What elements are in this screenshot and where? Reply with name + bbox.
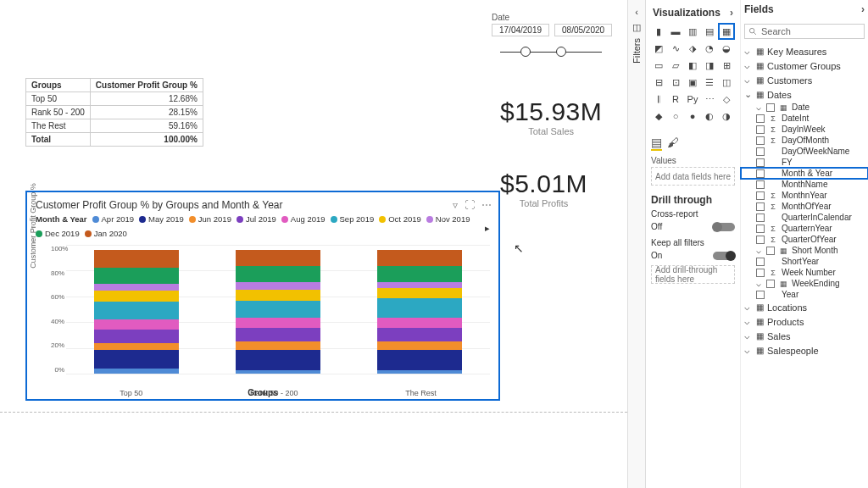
bar-group[interactable] bbox=[94, 245, 179, 374]
bar-segment[interactable] bbox=[94, 302, 179, 319]
bar-segment[interactable] bbox=[377, 350, 462, 369]
bar-segment[interactable] bbox=[377, 282, 462, 288]
bar-group[interactable] bbox=[236, 245, 320, 374]
viz-type-icon[interactable]: ▤ bbox=[702, 24, 717, 39]
legend-item[interactable]: May 2019 bbox=[139, 214, 184, 224]
viz-type-icon[interactable]: ◩ bbox=[651, 41, 666, 56]
field-table[interactable]: ⌵▦Key Measures bbox=[741, 44, 868, 58]
field-checkbox[interactable] bbox=[756, 202, 765, 211]
field-table[interactable]: ⌵▦Salespeople bbox=[741, 343, 868, 358]
fields-tab-icon[interactable]: ▤ bbox=[651, 136, 662, 151]
field-table[interactable]: ⌵▦Locations bbox=[741, 300, 868, 314]
bar-segment[interactable] bbox=[377, 318, 462, 328]
card-total-profits[interactable]: $5.01M Total Profits bbox=[500, 169, 587, 208]
field-checkbox[interactable] bbox=[766, 247, 775, 255]
bar-segment[interactable] bbox=[377, 370, 462, 374]
viz-type-icon[interactable]: ▭ bbox=[651, 58, 666, 73]
viz-type-icon[interactable]: ◒ bbox=[719, 41, 734, 56]
format-tab-icon[interactable]: 🖌 bbox=[667, 136, 679, 151]
field-item[interactable]: ⌵▦WeekEnding bbox=[741, 278, 868, 289]
bar-segment[interactable] bbox=[377, 288, 462, 298]
viz-type-icon[interactable]: ▥ bbox=[685, 24, 700, 39]
bar-segment[interactable] bbox=[377, 328, 462, 341]
legend-item[interactable]: Jul 2019 bbox=[236, 214, 276, 224]
slicer-handle-start[interactable] bbox=[520, 47, 531, 57]
field-checkbox[interactable] bbox=[756, 180, 765, 189]
viz-type-icon[interactable]: ⬗ bbox=[685, 41, 700, 56]
viz-type-icon[interactable]: ▣ bbox=[685, 75, 700, 90]
field-item[interactable]: Month & Year bbox=[741, 168, 868, 179]
viz-type-icon[interactable]: R bbox=[668, 92, 683, 107]
viz-type-icon[interactable]: ◐ bbox=[702, 108, 717, 124]
viz-type-icon[interactable]: ▦ bbox=[719, 24, 734, 39]
viz-type-icon[interactable]: Py bbox=[685, 92, 700, 107]
field-item[interactable]: MonthName bbox=[741, 179, 868, 190]
keep-filters-toggle[interactable] bbox=[713, 252, 735, 260]
field-checkbox[interactable] bbox=[756, 291, 765, 299]
field-item[interactable]: ΣWeek Number bbox=[741, 267, 868, 278]
field-checkbox[interactable] bbox=[756, 136, 765, 145]
field-item[interactable]: QuarterInCalendar bbox=[741, 212, 868, 223]
legend-item[interactable]: Oct 2019 bbox=[379, 214, 421, 224]
field-checkbox[interactable] bbox=[756, 147, 765, 156]
viz-type-icon[interactable]: ◇ bbox=[719, 92, 734, 107]
visual-filter-icon[interactable]: ▿ bbox=[453, 199, 458, 211]
bar-segment[interactable] bbox=[236, 282, 320, 290]
viz-type-icon[interactable]: ⊡ bbox=[668, 75, 683, 90]
field-checkbox[interactable] bbox=[756, 214, 765, 222]
viz-type-icon[interactable]: ▱ bbox=[668, 58, 683, 73]
bar-segment[interactable] bbox=[94, 268, 179, 284]
viz-type-icon[interactable]: 𝄃 bbox=[651, 92, 666, 107]
bar-segment[interactable] bbox=[94, 250, 179, 267]
bar-segment[interactable] bbox=[236, 341, 320, 350]
bar-segment[interactable] bbox=[377, 266, 462, 282]
field-checkbox[interactable] bbox=[756, 258, 765, 266]
drillthrough-well[interactable]: Add drill-through fields here bbox=[651, 265, 735, 284]
legend-item[interactable]: Apr 2019 bbox=[92, 214, 135, 224]
bar-segment[interactable] bbox=[94, 291, 179, 302]
chart-plot-area[interactable] bbox=[66, 245, 490, 374]
visual-more-icon[interactable]: ⋯ bbox=[481, 199, 492, 211]
collapse-fields-icon[interactable]: › bbox=[861, 3, 865, 15]
legend-item[interactable]: Jun 2019 bbox=[189, 214, 231, 224]
bar-segment[interactable] bbox=[94, 369, 179, 374]
field-table[interactable]: ⌵▦Customers bbox=[741, 73, 868, 87]
bar-segment[interactable] bbox=[236, 250, 320, 266]
legend-item[interactable]: Sep 2019 bbox=[331, 214, 375, 224]
viz-type-icon[interactable]: ◔ bbox=[702, 41, 717, 56]
field-checkbox[interactable] bbox=[756, 114, 765, 123]
field-item[interactable]: ΣQuarterOfYear bbox=[741, 234, 868, 245]
values-well[interactable]: Add data fields here bbox=[651, 167, 735, 186]
viz-type-icon[interactable]: ◧ bbox=[685, 58, 700, 73]
show-panes-icon[interactable]: ◫ bbox=[632, 22, 641, 33]
legend-item[interactable]: Nov 2019 bbox=[426, 214, 470, 224]
slicer-to[interactable]: 08/05/2020 bbox=[554, 24, 612, 36]
viz-type-icon[interactable]: ∿ bbox=[668, 41, 683, 56]
viz-type-icon[interactable]: ● bbox=[685, 108, 700, 124]
bar-segment[interactable] bbox=[236, 350, 320, 369]
viz-type-icon[interactable]: ◆ bbox=[651, 108, 666, 124]
legend-scroll-icon[interactable]: ▸ bbox=[485, 223, 490, 234]
bar-segment[interactable] bbox=[94, 343, 179, 351]
bar-segment[interactable] bbox=[236, 370, 320, 374]
field-item[interactable]: ShortYear bbox=[741, 256, 868, 267]
bar-segment[interactable] bbox=[94, 284, 179, 291]
legend-item[interactable]: Aug 2019 bbox=[281, 214, 326, 224]
bar-segment[interactable] bbox=[377, 341, 462, 350]
field-item[interactable]: ΣDayInWeek bbox=[741, 124, 868, 135]
field-table[interactable]: ⌵▦Customer Groups bbox=[741, 58, 868, 73]
viz-type-icon[interactable]: ⊞ bbox=[719, 58, 734, 73]
field-table[interactable]: ⌵▦Sales bbox=[741, 329, 868, 343]
fields-search[interactable]: Search bbox=[744, 24, 865, 39]
field-checkbox[interactable] bbox=[756, 236, 765, 244]
bar-segment[interactable] bbox=[236, 266, 320, 282]
slicer-track[interactable] bbox=[500, 52, 602, 53]
field-item[interactable]: Year bbox=[741, 289, 868, 300]
viz-type-icon[interactable]: ◑ bbox=[719, 108, 734, 124]
field-item[interactable]: ΣMonthnYear bbox=[741, 190, 868, 201]
bar-group[interactable] bbox=[377, 245, 462, 374]
legend-item[interactable]: Jan 2020 bbox=[85, 229, 127, 238]
field-item[interactable]: ⌵▦Short Month bbox=[741, 245, 868, 256]
field-checkbox[interactable] bbox=[756, 269, 765, 277]
bar-segment[interactable] bbox=[236, 318, 320, 328]
